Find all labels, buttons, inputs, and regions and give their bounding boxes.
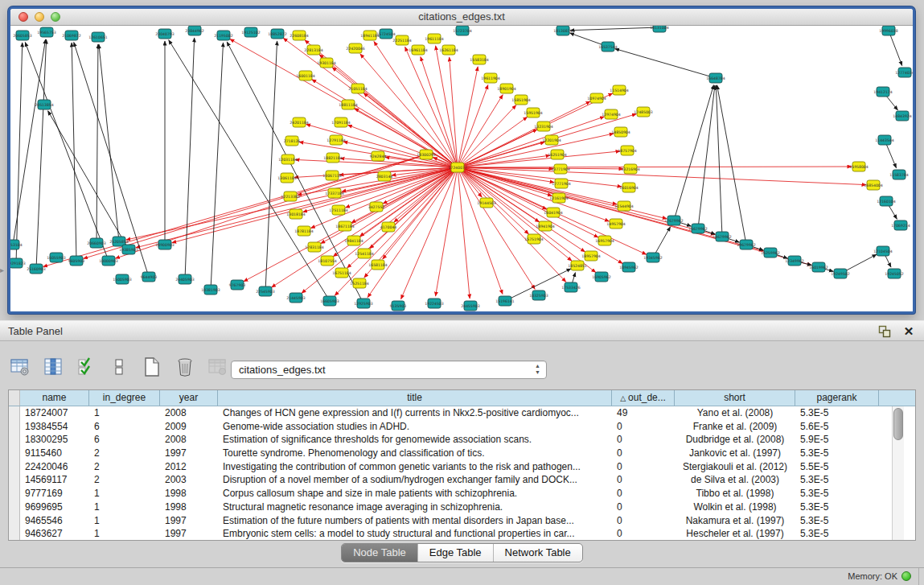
cell-year[interactable]: 1998: [160, 501, 218, 514]
network-node[interactable]: 18757904: [618, 146, 636, 155]
citation-edge-red[interactable]: [458, 167, 622, 263]
network-node[interactable]: 21195002: [214, 31, 232, 40]
cell-pagerank[interactable]: 5.3E-5: [795, 447, 879, 460]
network-node[interactable]: 16581184: [368, 260, 387, 270]
citation-edge-black[interactable]: [674, 85, 713, 220]
network-node[interactable]: 13061184: [277, 173, 296, 183]
citation-edge-black[interactable]: [99, 44, 119, 241]
cell-in_degree[interactable]: 1: [89, 501, 160, 514]
network-node[interactable]: 15951904: [524, 108, 542, 117]
window-titlebar[interactable]: citations_edges.txt: [10, 9, 913, 26]
network-node[interactable]: 18131004: [650, 26, 668, 32]
network-node[interactable]: 15724504: [376, 29, 395, 39]
tab-node-table[interactable]: Node Table: [342, 544, 418, 562]
table-row[interactable]: 969969511998Structural magnetic resonanc…: [9, 501, 915, 514]
cell-pagerank[interactable]: 5.9E-5: [795, 433, 879, 447]
cell-out_degree[interactable]: 0: [612, 447, 675, 460]
cell-in_degree[interactable]: 1: [89, 514, 160, 528]
network-node[interactable]: 17069214: [891, 220, 910, 230]
network-node[interactable]: 4170044: [380, 222, 397, 232]
network-node[interactable]: 19249502: [831, 269, 849, 278]
network-node[interactable]: 15851904: [511, 95, 530, 105]
citation-edge-black[interactable]: [889, 31, 902, 66]
network-node[interactable]: 17533426: [561, 282, 580, 292]
network-node[interactable]: 12349962: [785, 256, 803, 266]
network-node[interactable]: 22420046: [346, 43, 364, 53]
table-row[interactable]: 1456911722003Disruption of a novel membe…: [9, 473, 915, 487]
cell-in_degree[interactable]: 2: [89, 447, 160, 460]
table-row[interactable]: 2242004622012Investigating the contribut…: [9, 460, 915, 474]
network-node[interactable]: 16537544: [598, 42, 617, 51]
network-node[interactable]: 18107554: [318, 256, 336, 266]
network-node[interactable]: 16055903: [47, 253, 65, 262]
network-node[interactable]: 10000903: [99, 256, 117, 266]
cell-name[interactable]: 18300295: [20, 433, 89, 447]
network-node[interactable]: 10325903: [529, 290, 548, 300]
table-row[interactable]: 1872400712008Changes of HCN gene express…: [9, 406, 915, 420]
network-node[interactable]: 19841184: [344, 236, 363, 245]
cell-title[interactable]: Changes of HCN gene expression and I(f) …: [218, 406, 612, 420]
scrollbar-thumb[interactable]: [893, 408, 903, 440]
network-node[interactable]: 12610651: [88, 32, 107, 42]
network-node[interactable]: 21051184: [348, 84, 367, 93]
network-canvas[interactable]: 1724007720605853195657532106987212610651…: [10, 26, 913, 311]
network-node[interactable]: 9644903: [141, 272, 158, 282]
network-node[interactable]: 14843924: [893, 111, 911, 121]
network-node[interactable]: 22251184: [392, 35, 411, 45]
network-node[interactable]: 19301184: [317, 58, 335, 68]
cell-pagerank[interactable]: 5.3E-5: [795, 514, 879, 528]
network-node[interactable]: 23040793: [155, 29, 174, 39]
cell-name[interactable]: 19384554: [20, 420, 89, 434]
network-node[interactable]: 18941184: [360, 31, 379, 40]
network-node[interactable]: 18130874: [553, 26, 572, 35]
cell-name[interactable]: 9699695: [20, 501, 89, 514]
network-node[interactable]: 15958004: [849, 162, 868, 171]
new-table-icon[interactable]: [140, 354, 164, 380]
network-node[interactable]: 22545903: [256, 286, 274, 296]
cell-short[interactable]: Wolkin et al. (1998): [675, 501, 795, 514]
cell-short[interactable]: Hescheler et al. (1997): [675, 527, 795, 541]
network-node[interactable]: 13018184: [286, 209, 305, 219]
float-panel-icon[interactable]: [877, 324, 892, 339]
network-node[interactable]: 24201184: [290, 117, 308, 127]
cell-title[interactable]: Investigating the contribution of common…: [218, 460, 612, 474]
citation-edge-red[interactable]: [458, 167, 852, 167]
network-node[interactable]: 18900903: [155, 240, 174, 249]
cell-out_degree[interactable]: 0: [612, 501, 675, 514]
cell-pagerank[interactable]: 5.5E-5: [795, 460, 879, 474]
citation-edge-red[interactable]: [458, 167, 610, 221]
show-columns-icon[interactable]: [41, 354, 65, 380]
cell-in_degree[interactable]: 1: [89, 527, 160, 541]
citation-edge-black[interactable]: [97, 44, 98, 243]
cell-out_degree[interactable]: 0: [612, 433, 675, 447]
cell-year[interactable]: 2008: [160, 433, 218, 447]
network-node[interactable]: 17771904: [552, 179, 570, 188]
cell-short[interactable]: de Silva et al. (2003): [675, 473, 795, 487]
network-node[interactable]: 18781184: [294, 226, 313, 236]
table-row[interactable]: 911546021997Tourette syndrome. Phenomeno…: [9, 447, 915, 460]
network-node[interactable]: 15723704: [453, 26, 471, 35]
network-node[interactable]: 16905962: [592, 272, 610, 282]
network-node[interactable]: 12925903: [354, 299, 372, 308]
cell-in_degree[interactable]: 1: [89, 406, 160, 420]
network-node[interactable]: 16016904: [619, 183, 638, 192]
citation-edge-red[interactable]: [458, 167, 470, 299]
network-node[interactable]: 19224503: [425, 299, 443, 308]
network-node[interactable]: 10974904: [587, 93, 606, 103]
citation-edge-black[interactable]: [36, 39, 47, 269]
network-node[interactable]: 11583784: [889, 170, 908, 179]
network-node[interactable]: 19611184: [425, 34, 443, 43]
cell-name[interactable]: 9115460: [20, 447, 89, 460]
cell-year[interactable]: 1997: [160, 514, 218, 528]
network-node[interactable]: 16259962: [761, 248, 779, 257]
cell-in_degree[interactable]: 2: [89, 473, 160, 487]
cell-name[interactable]: 22420046: [20, 460, 89, 474]
cell-short[interactable]: Yano et al. (2008): [675, 406, 795, 420]
cell-year[interactable]: 1997: [160, 527, 218, 541]
citation-edge-black[interactable]: [615, 49, 716, 78]
cell-name[interactable]: 9465546: [20, 514, 89, 528]
cell-short[interactable]: Jankovic et al. (1997): [675, 447, 795, 460]
table-row[interactable]: 946554611997Estimation of the future num…: [9, 514, 915, 528]
network-node[interactable]: 16251904: [548, 150, 566, 159]
table-row[interactable]: 977716911998Corpus callosum shape and si…: [9, 487, 915, 501]
